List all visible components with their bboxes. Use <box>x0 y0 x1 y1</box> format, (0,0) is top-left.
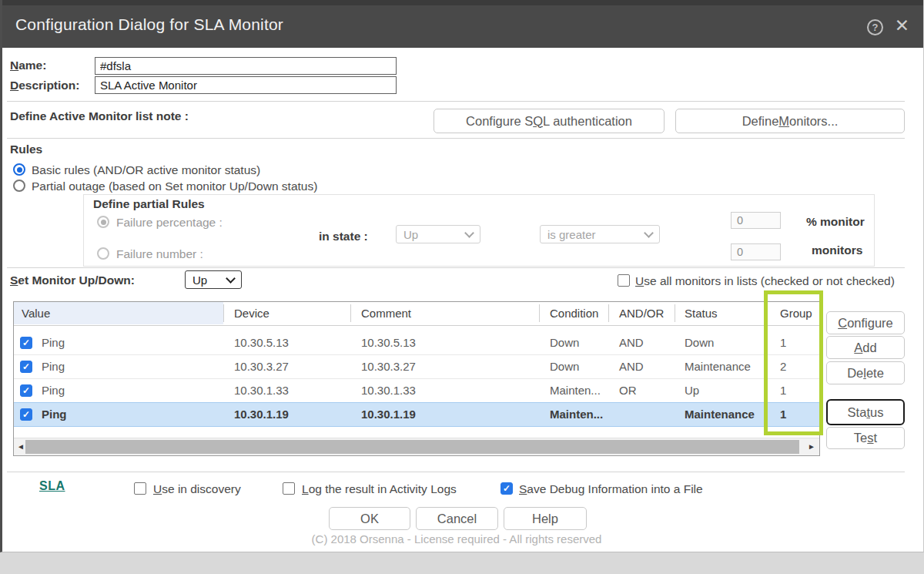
use-in-discovery-checkbox[interactable] <box>134 482 146 495</box>
ok-button[interactable]: OK <box>329 507 410 530</box>
column-separator <box>766 304 767 322</box>
column-separator <box>608 304 609 322</box>
in-state-label: in state : <box>319 230 368 243</box>
help-button[interactable]: Help <box>504 507 587 530</box>
failure-percentage-radio <box>97 216 109 228</box>
monitors-table: Value Device Comment Condition AND/OR St… <box>13 301 820 456</box>
table-row[interactable]: ✓Ping10.30.1.3310.30.1.33Mainten...ORUp1 <box>14 379 819 403</box>
scroll-right-icon[interactable]: ► <box>808 442 815 451</box>
copyright-text: (C) 2018 Orsenna - License required - Al… <box>2 532 911 545</box>
cell-group: 1 <box>780 379 786 401</box>
column-header-condition[interactable]: Condition <box>550 302 598 324</box>
save-debug-checkbox[interactable]: ✓ <box>500 482 513 495</box>
scrollbar-thumb[interactable] <box>25 440 799 454</box>
cell-comment: 10.30.1.33 <box>361 379 416 401</box>
monitors-label: monitors <box>812 243 862 257</box>
table-row[interactable]: ✓Ping10.30.5.1310.30.5.13DownANDDown1 <box>14 331 819 355</box>
failure-percentage-label: Failure percentage : <box>116 216 223 230</box>
cell-device: 10.30.3.27 <box>234 355 289 378</box>
table-body: ✓Ping10.30.5.1310.30.5.13DownANDDown1✓Pi… <box>14 325 819 427</box>
partial-outage-label[interactable]: Partial outage (based on Set monitor Up/… <box>32 180 317 193</box>
table-row[interactable]: ✓Ping10.30.3.2710.30.3.27DownANDMaintena… <box>14 355 819 379</box>
window-title: Configuration Dialog for SLA Monitor <box>15 15 283 34</box>
cell-condition: Mainten... <box>550 379 601 401</box>
column-header-comment[interactable]: Comment <box>361 302 411 324</box>
delete-button[interactable]: Delete <box>826 361 905 384</box>
sla-logo: SLA <box>39 479 65 493</box>
cell-value: Ping <box>42 403 67 425</box>
column-separator <box>223 304 224 322</box>
divider <box>7 101 905 102</box>
partial-outage-radio[interactable] <box>13 180 25 192</box>
cell-condition: Down <box>550 331 579 354</box>
cell-device: 10.30.1.33 <box>234 379 289 401</box>
comparison-select: is greater <box>540 225 660 243</box>
save-debug-label[interactable]: Save Debug Information into a File <box>519 482 703 496</box>
cell-value: Ping <box>42 331 65 354</box>
use-all-monitors-checkbox[interactable] <box>618 274 630 287</box>
scroll-left-icon[interactable]: ◄ <box>17 442 25 451</box>
failure-number-label: Failure number : <box>116 247 203 261</box>
status-button[interactable]: Status <box>826 399 905 425</box>
chevron-down-icon <box>644 228 654 238</box>
column-header-device[interactable]: Device <box>234 302 270 324</box>
add-button[interactable]: Add <box>826 336 905 359</box>
basic-rules-radio[interactable] <box>13 163 25 176</box>
use-all-monitors-label[interactable]: Use all monitors in lists (checked or no… <box>635 274 895 288</box>
column-separator <box>675 304 675 322</box>
cell-value: Ping <box>42 355 65 378</box>
chevron-down-icon <box>464 228 474 238</box>
cell-status: Maintenance <box>685 403 755 425</box>
cell-comment: 10.30.3.27 <box>361 355 416 378</box>
row-checkbox[interactable]: ✓ <box>20 361 32 373</box>
log-result-checkbox[interactable] <box>283 482 295 495</box>
configure-sql-authentication-button[interactable]: Configure SQL authentication <box>434 109 665 133</box>
column-header-value[interactable]: Value <box>22 302 50 324</box>
cell-value: Ping <box>42 379 65 401</box>
cell-status: Down <box>685 331 714 354</box>
row-checkbox[interactable]: ✓ <box>20 384 32 397</box>
title-bar[interactable]: Configuration Dialog for SLA Monitor ? ✕ <box>2 0 923 48</box>
horizontal-scrollbar[interactable]: ◄ ► <box>14 438 819 455</box>
column-header-andor[interactable]: AND/OR <box>619 302 664 324</box>
close-icon[interactable]: ✕ <box>895 15 909 36</box>
use-in-discovery-label[interactable]: Use in discovery <box>153 482 241 496</box>
description-input[interactable] <box>95 76 397 94</box>
cell-condition: Down <box>550 355 579 378</box>
row-checkbox[interactable]: ✓ <box>20 337 32 349</box>
cell-comment: 10.30.5.13 <box>361 331 416 354</box>
rules-heading: Rules <box>10 143 42 156</box>
log-result-label[interactable]: Log the result in Activity Logs <box>302 482 457 496</box>
percent-monitor-label: % monitor <box>806 215 865 229</box>
cell-andor: AND <box>619 331 644 354</box>
column-header-status[interactable]: Status <box>685 302 718 324</box>
cell-andor: OR <box>619 379 637 401</box>
test-button[interactable]: Test <box>826 427 905 449</box>
partial-rules-panel: Define partial Rules Failure percentage … <box>83 194 875 267</box>
failure-number-radio <box>97 247 109 260</box>
table-row[interactable]: ✓Ping10.30.1.1910.30.1.19Mainten...Maint… <box>14 402 819 427</box>
cell-condition: Mainten... <box>550 403 603 425</box>
name-input[interactable] <box>95 57 397 75</box>
cell-group: 1 <box>780 331 786 354</box>
define-monitors-button[interactable]: Define Monitors... <box>675 109 905 133</box>
failure-percentage-input: 0 <box>731 212 781 229</box>
help-icon[interactable]: ? <box>867 19 883 35</box>
configure-button[interactable]: Configure <box>826 311 905 334</box>
row-checkbox[interactable]: ✓ <box>20 408 32 421</box>
monitor-list-note-label: Define Active Monitor list note : <box>10 109 189 123</box>
chevron-down-icon <box>226 274 236 284</box>
cell-device: 10.30.1.19 <box>234 403 289 425</box>
set-monitor-label: Set Monitor Up/Down: <box>10 274 135 287</box>
basic-rules-label[interactable]: Basic rules (AND/OR active monitor statu… <box>32 163 260 177</box>
failure-number-input: 0 <box>731 243 781 260</box>
state-select: Up <box>396 225 480 243</box>
column-separator <box>539 304 540 322</box>
cell-group: 2 <box>780 355 786 378</box>
column-header-group[interactable]: Group <box>780 302 812 324</box>
desktop-background: Configuration Dialog for SLA Monitor ? ✕… <box>0 0 924 574</box>
cancel-button[interactable]: Cancel <box>416 507 498 530</box>
set-monitor-select[interactable]: Up <box>185 270 242 289</box>
cell-status: Up <box>685 379 699 401</box>
column-separator <box>350 304 351 322</box>
